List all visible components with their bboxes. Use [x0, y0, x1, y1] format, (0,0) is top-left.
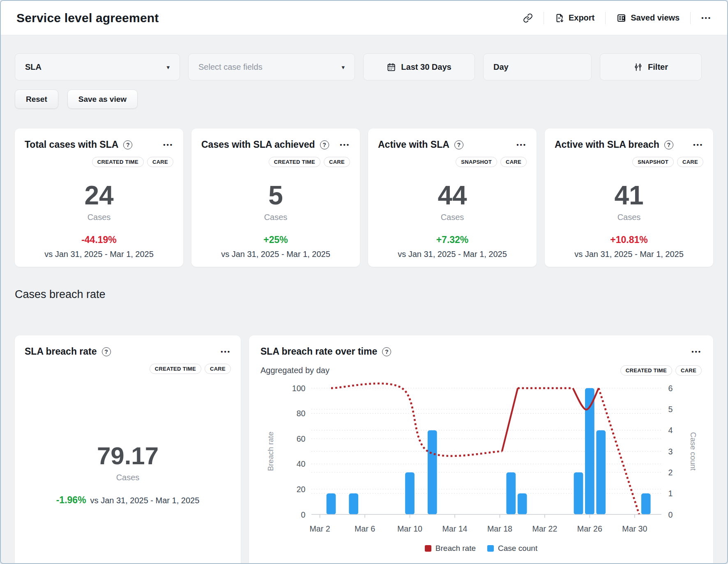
- badge-care: CARE: [205, 364, 231, 374]
- kpi-value: 24: [25, 182, 173, 209]
- legend-swatch-breach-rate: [425, 545, 431, 552]
- saved-views-label: Saved views: [631, 13, 680, 23]
- kpi-card-active-with-sla-breach: Active with SLA breach ? ••• SNAPSHOT CA…: [545, 128, 713, 267]
- saved-views-button[interactable]: Saved views: [615, 11, 681, 25]
- breach-rate-delta: -1.96%: [56, 495, 86, 505]
- card-title: SLA breach rate over time: [260, 346, 377, 357]
- case-fields-select[interactable]: Select case fields ▾: [188, 53, 355, 80]
- card-menu-icon[interactable]: •••: [163, 141, 173, 148]
- filter-button[interactable]: Filter: [600, 53, 702, 80]
- kpi-unit: Cases: [378, 213, 527, 222]
- legend-item-breach-rate[interactable]: Breach rate: [425, 544, 476, 553]
- export-icon: [555, 13, 564, 23]
- link-icon: [523, 13, 533, 23]
- badge-created-time: CREATED TIME: [269, 157, 320, 167]
- card-menu-icon[interactable]: •••: [516, 141, 527, 148]
- kpi-card-cases-with-sla-achieved: Cases with SLA achieved ? ••• CREATED TI…: [191, 128, 360, 267]
- copy-link-icon[interactable]: [521, 11, 534, 25]
- help-icon[interactable]: ?: [123, 140, 132, 149]
- kpi-unit: Cases: [201, 213, 350, 222]
- card-title: Total cases with SLA: [25, 139, 118, 150]
- card-title: Active with SLA breach: [555, 139, 659, 150]
- svg-text:6: 6: [668, 384, 673, 393]
- kpi-unit: Cases: [555, 213, 703, 222]
- svg-text:1: 1: [668, 489, 673, 498]
- dataset-select[interactable]: SLA ▾: [15, 53, 180, 80]
- kpi-card-total-cases-with-sla: Total cases with SLA ? ••• CREATED TIME …: [15, 128, 183, 267]
- kpi-card-active-with-sla: Active with SLA ? ••• SNAPSHOT CARE 44 C…: [368, 128, 537, 267]
- sla-breach-rate-over-time-card: SLA breach rate over time ? ••• Aggregat…: [249, 335, 713, 564]
- svg-text:80: 80: [297, 409, 306, 418]
- help-icon[interactable]: ?: [382, 347, 391, 356]
- dataset-value: SLA: [25, 62, 41, 72]
- header-divider: [605, 12, 606, 24]
- chart-subtitle: Aggregated by day: [260, 366, 329, 375]
- case-fields-placeholder: Select case fields: [198, 62, 263, 72]
- more-icon: •••: [701, 14, 712, 21]
- export-label: Export: [569, 13, 594, 23]
- badge-created-time: CREATED TIME: [150, 364, 201, 374]
- kpi-delta: +7.32%: [378, 234, 527, 245]
- card-menu-icon[interactable]: •••: [221, 348, 231, 355]
- granularity-button[interactable]: Day: [483, 53, 592, 80]
- svg-text:Breach rate: Breach rate: [266, 431, 275, 471]
- svg-text:Mar 10: Mar 10: [397, 524, 422, 533]
- breach-rate-row: SLA breach rate ? ••• CREATED TIME CARE …: [15, 335, 713, 564]
- app-window: Service level agreement Export: [0, 0, 728, 564]
- svg-text:Mar 2: Mar 2: [310, 524, 330, 533]
- svg-text:4: 4: [668, 426, 673, 435]
- legend-item-case-count[interactable]: Case count: [487, 544, 537, 553]
- breach-rate-unit: Cases: [25, 473, 231, 482]
- date-range-button[interactable]: Last 30 Days: [363, 53, 475, 80]
- badge-snapshot: SNAPSHOT: [456, 157, 497, 167]
- card-title: SLA breach rate: [25, 346, 97, 357]
- filter-label: Filter: [648, 62, 668, 72]
- legend-label: Case count: [498, 544, 537, 553]
- breach-rate-chart: Mar 2Mar 6Mar 10Mar 14Mar 18Mar 22Mar 26…: [260, 381, 702, 538]
- header-divider: [544, 12, 544, 24]
- svg-text:100: 100: [292, 384, 306, 393]
- svg-text:Mar 30: Mar 30: [622, 524, 647, 533]
- svg-text:2: 2: [668, 468, 673, 477]
- page-title: Service level agreement: [16, 11, 159, 25]
- caret-down-icon: ▾: [166, 64, 170, 70]
- help-icon[interactable]: ?: [454, 140, 463, 149]
- help-icon[interactable]: ?: [102, 347, 111, 356]
- badge-care: CARE: [677, 157, 703, 167]
- svg-text:0: 0: [301, 510, 306, 519]
- badge-care: CARE: [324, 157, 350, 167]
- date-range-value: Last 30 Days: [401, 62, 451, 72]
- svg-text:Case count: Case count: [689, 432, 698, 471]
- save-as-view-button[interactable]: Save as view: [67, 89, 138, 109]
- view-actions: Reset Save as view: [15, 89, 713, 109]
- export-button[interactable]: Export: [553, 11, 596, 25]
- help-icon[interactable]: ?: [664, 140, 673, 149]
- svg-text:20: 20: [297, 485, 306, 494]
- kpi-compare-range: vs Jan 31, 2025 - Mar 1, 2025: [378, 250, 527, 259]
- kpi-value: 41: [555, 182, 703, 209]
- card-menu-icon[interactable]: •••: [693, 141, 703, 148]
- kpi-compare-range: vs Jan 31, 2025 - Mar 1, 2025: [555, 250, 703, 259]
- card-menu-icon[interactable]: •••: [340, 141, 350, 148]
- svg-text:40: 40: [297, 459, 306, 468]
- kpi-delta: -44.19%: [25, 234, 173, 245]
- breach-compare-range: vs Jan 31, 2025 - Mar 1, 2025: [90, 496, 200, 505]
- help-icon[interactable]: ?: [320, 140, 329, 149]
- filter-icon: [634, 62, 643, 72]
- saved-views-icon: [616, 13, 627, 23]
- svg-text:0: 0: [668, 510, 673, 519]
- chart-legend: Breach rate Case count: [260, 544, 702, 553]
- badge-created-time: CREATED TIME: [620, 365, 672, 376]
- more-menu-button[interactable]: •••: [700, 12, 713, 24]
- kpi-value: 44: [378, 182, 527, 209]
- page-header: Service level agreement Export: [1, 1, 727, 35]
- svg-text:Mar 26: Mar 26: [577, 524, 602, 533]
- svg-text:Mar 14: Mar 14: [442, 524, 467, 533]
- header-actions: Export Saved views •••: [521, 11, 713, 25]
- card-title: Active with SLA: [378, 139, 449, 150]
- page-content: SLA ▾ Select case fields ▾ Last 30 Days …: [1, 53, 727, 564]
- header-divider: [690, 12, 691, 24]
- reset-button[interactable]: Reset: [15, 89, 58, 109]
- breach-rate-value: 79.17: [25, 443, 231, 469]
- card-menu-icon[interactable]: •••: [691, 348, 702, 355]
